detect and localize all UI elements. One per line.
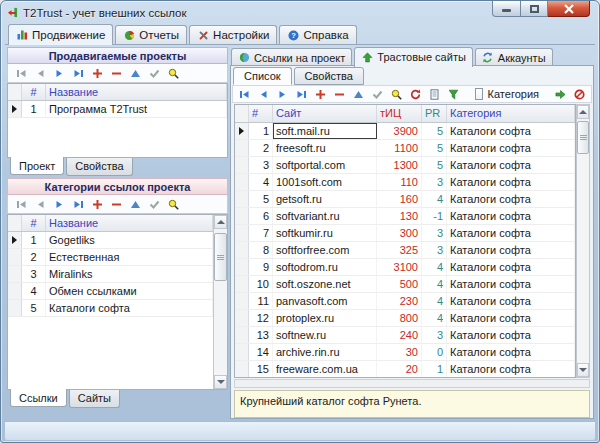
post-icon[interactable] — [149, 199, 160, 210]
tab-site-properties[interactable]: Свойства — [294, 67, 364, 85]
vertical-scrollbar[interactable] — [576, 104, 590, 378]
category-checkbox-label[interactable]: Категория — [488, 88, 539, 100]
remove-icon[interactable] — [111, 199, 122, 210]
table-row[interactable]: 4 1001soft.com 110 3 Каталоги софта — [235, 174, 575, 191]
col-category[interactable]: Категория — [447, 105, 575, 122]
tab-list[interactable]: Список — [233, 67, 292, 85]
nav-last-icon[interactable] — [296, 89, 307, 100]
tab-reports[interactable]: Отчеты — [115, 25, 187, 44]
nav-last-icon[interactable] — [73, 68, 84, 79]
col-name[interactable]: Название — [46, 84, 227, 100]
tab-settings[interactable]: Настройки — [189, 25, 277, 44]
col-num[interactable]: # — [249, 105, 273, 122]
add-icon[interactable] — [315, 89, 326, 100]
tab-links[interactable]: Ссылки — [10, 389, 67, 407]
table-row[interactable]: 1 soft.mail.ru 3900 5 Каталоги софта — [235, 123, 575, 140]
report-icon[interactable] — [429, 89, 440, 100]
selected-cell[interactable]: soft.mail.ru — [273, 123, 377, 139]
col-tic[interactable]: тИЦ — [377, 105, 422, 122]
col-site[interactable]: Сайт — [273, 105, 377, 122]
tab-help[interactable]: ? Справка — [279, 25, 356, 44]
tab-accounts[interactable]: Аккаунты — [475, 48, 553, 66]
tab-trusted-sites[interactable]: Трастовые сайты — [354, 47, 473, 67]
horizontal-scrollbar[interactable] — [234, 379, 590, 388]
table-row[interactable]: 9 softodrom.ru 3100 4 Каталоги софта — [235, 259, 575, 276]
title-bar[interactable]: T2Trust - учет внешних ссылок — [6, 2, 594, 23]
table-row[interactable]: 2 Естественная — [8, 249, 227, 266]
remove-icon[interactable] — [334, 89, 345, 100]
col-num[interactable]: # — [22, 215, 46, 231]
scroll-up-arrow[interactable] — [577, 105, 589, 119]
col-pr[interactable]: PR — [422, 105, 447, 122]
tab-project[interactable]: Проект — [10, 157, 64, 175]
table-row[interactable]: 1 Программа T2Trust — [8, 101, 227, 118]
nav-next-icon[interactable] — [54, 68, 65, 79]
add-icon[interactable] — [92, 68, 103, 79]
table-row[interactable]: 14 archive.rin.ru 30 0 Каталоги софта — [235, 344, 575, 361]
table-row[interactable]: 7 softkumir.ru 300 3 Каталоги софта — [235, 225, 575, 242]
projects-grid: # Название 1 Программа T2Trust — [7, 83, 228, 158]
scroll-down-arrow[interactable] — [577, 363, 589, 377]
table-row[interactable]: 6 softvariant.ru 130 -1 Каталоги софта — [235, 208, 575, 225]
scroll-down-arrow[interactable] — [214, 375, 227, 389]
table-row[interactable]: 3 softportal.com 1300 5 Каталоги софта — [235, 157, 575, 174]
nav-next-icon[interactable] — [277, 89, 288, 100]
tab-links-on-project[interactable]: Ссылки на проект — [231, 48, 352, 66]
tab-project-properties[interactable]: Свойства — [66, 158, 132, 176]
minimize-button[interactable] — [492, 1, 521, 17]
row-indicator — [12, 105, 17, 113]
tab-sites[interactable]: Сайты — [69, 390, 120, 408]
row-indicator — [12, 236, 17, 244]
run-check-icon[interactable] — [555, 89, 566, 100]
table-row[interactable]: 15 freeware.com.ua 20 1 Каталоги софта — [235, 361, 575, 378]
nav-next-icon[interactable] — [54, 199, 65, 210]
tab-promotion[interactable]: Продвижение — [8, 24, 113, 45]
table-row[interactable]: 1 Gogetliks — [8, 232, 227, 249]
scroll-thumb[interactable] — [214, 233, 227, 281]
up-arrow-icon — [361, 51, 373, 63]
status-bar — [5, 421, 595, 440]
search-icon[interactable] — [168, 199, 179, 210]
table-row[interactable]: 5 getsoft.ru 160 4 Каталоги софта — [235, 191, 575, 208]
category-checkbox[interactable] — [475, 88, 483, 100]
table-row[interactable]: 4 Обмен ссылками — [8, 283, 227, 300]
table-row[interactable]: 11 panvasoft.com 230 4 Каталоги софта — [235, 293, 575, 310]
nav-prior-icon[interactable] — [35, 199, 46, 210]
table-row[interactable]: 10 soft.oszone.net 500 4 Каталоги софта — [235, 276, 575, 293]
post-icon[interactable] — [372, 89, 383, 100]
table-row[interactable]: 2 freesoft.ru 1100 5 Каталоги софта — [235, 140, 575, 157]
right-tab-bar: Ссылки на проект Трастовые сайты Аккаунт… — [230, 46, 594, 66]
nav-prior-icon[interactable] — [258, 89, 269, 100]
edit-icon[interactable] — [130, 199, 141, 210]
close-button[interactable] — [548, 1, 590, 17]
scroll-thumb[interactable] — [577, 121, 589, 154]
remove-icon[interactable] — [111, 68, 122, 79]
nav-first-icon[interactable] — [16, 68, 27, 79]
edit-icon[interactable] — [353, 89, 364, 100]
col-name[interactable]: Название — [46, 215, 213, 231]
window-title: T2Trust - учет внешних ссылок — [23, 7, 186, 19]
table-row[interactable]: 8 softforfree.com 325 3 Каталоги софта — [235, 242, 575, 259]
ban-icon[interactable] — [574, 89, 585, 100]
table-row[interactable]: 13 softnew.ru 240 3 Каталоги софта — [235, 327, 575, 344]
add-icon[interactable] — [92, 199, 103, 210]
nav-prior-icon[interactable] — [35, 68, 46, 79]
maximize-button[interactable] — [521, 1, 548, 17]
vertical-scrollbar[interactable] — [213, 215, 227, 389]
table-row[interactable]: 12 protoplex.ru 800 4 Каталоги софта — [235, 310, 575, 327]
search-icon[interactable] — [168, 68, 179, 79]
filter-icon[interactable] — [448, 89, 459, 100]
col-num[interactable]: # — [22, 84, 46, 100]
refresh-icon[interactable] — [410, 89, 421, 100]
projects-navigator-toolbar — [7, 64, 228, 83]
nav-last-icon[interactable] — [73, 199, 84, 210]
edit-icon[interactable] — [130, 68, 141, 79]
table-row[interactable]: 3 Miralinks — [8, 266, 227, 283]
app-window: T2Trust - учет внешних ссылок Продвижени… — [0, 0, 600, 443]
nav-first-icon[interactable] — [16, 199, 27, 210]
nav-first-icon[interactable] — [239, 89, 250, 100]
table-row[interactable]: 5 Каталоги софта — [8, 300, 227, 317]
search-icon[interactable] — [391, 89, 402, 100]
scroll-up-arrow[interactable] — [214, 215, 227, 229]
post-icon[interactable] — [149, 68, 160, 79]
